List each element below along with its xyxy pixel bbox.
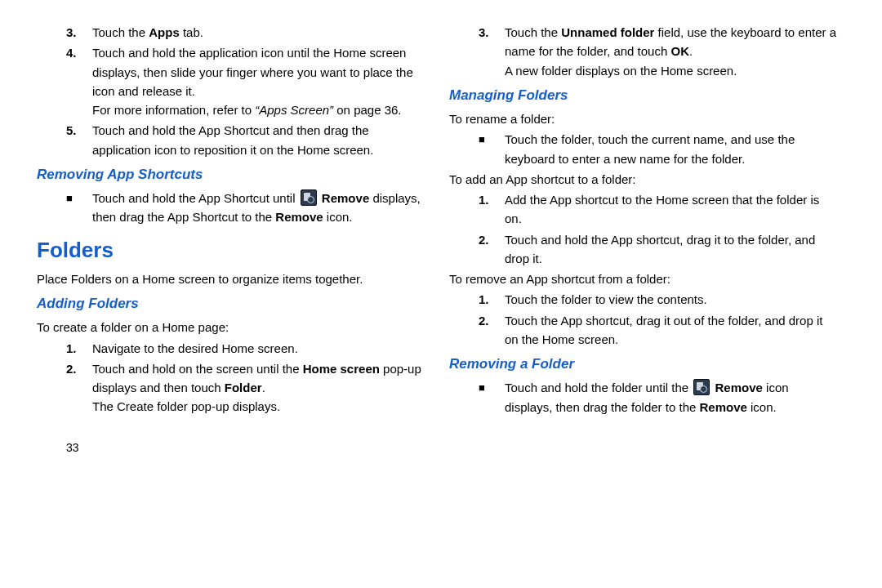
unnamed-folder-label: Unnamed folder — [561, 25, 654, 39]
text: icon. — [323, 210, 353, 224]
right-column: 3. Touch the Unnamed folder field, use t… — [449, 23, 837, 457]
step-2: 2. Touch and hold the App shortcut, drag… — [449, 230, 837, 269]
step-body: Touch the Apps tab. — [92, 23, 425, 42]
step-body: Touch and hold on the screen until the H… — [92, 359, 425, 416]
text: Touch and hold the application icon unti… — [92, 46, 413, 98]
text: Touch the — [505, 25, 561, 39]
step-body: Touch and hold the application icon unti… — [92, 43, 425, 119]
removing-folder-heading: Removing a Folder — [449, 354, 837, 375]
add-shortcut-steps: 1. Add the App shortcut to the Home scre… — [449, 190, 837, 268]
text: For more information, refer to — [92, 103, 255, 117]
list-body: Touch the folder, touch the current name… — [505, 130, 837, 168]
step-number: 1. — [479, 190, 505, 229]
text: on page 36. — [333, 103, 401, 117]
step-number: 5. — [66, 121, 92, 159]
home-screen-label: Home screen — [303, 362, 380, 376]
text: A new folder displays on the Home screen… — [505, 64, 737, 78]
text: Touch and hold the App Shortcut until — [92, 191, 299, 205]
remove-label: Remove — [322, 191, 369, 205]
bullet-icon: ■ — [66, 189, 92, 227]
text: Touch the — [92, 25, 149, 39]
step-body: Touch the folder to view the contents. — [505, 290, 837, 309]
folder-label: Folder — [225, 381, 262, 394]
step-number: 4. — [66, 43, 92, 119]
step-number: 3. — [479, 23, 505, 80]
removing-shortcuts-list: ■ Touch and hold the App Shortcut until … — [37, 189, 425, 227]
text: icon. — [747, 400, 777, 414]
text: . — [689, 44, 693, 58]
step-number: 2. — [66, 359, 92, 416]
step-body: Touch the App shortcut, drag it out of t… — [505, 311, 837, 350]
remove-shortcut-intro: To remove an App shortcut from a folder: — [449, 270, 837, 288]
folders-heading: Folders — [37, 234, 425, 266]
step-1: 1. Touch the folder to view the contents… — [449, 290, 837, 309]
step-number: 1. — [479, 290, 505, 309]
step-4: 4. Touch and hold the application icon u… — [37, 43, 425, 119]
remove-icon — [693, 379, 710, 395]
apps-screen-ref: “Apps Screen” — [255, 103, 333, 117]
rename-intro: To rename a folder: — [449, 109, 837, 128]
remove-label: Remove — [715, 381, 763, 394]
managing-folders-heading: Managing Folders — [449, 85, 837, 106]
apps-label: Apps — [149, 25, 180, 39]
text: Touch and hold on the screen until the — [92, 362, 303, 376]
remove-shortcut-steps: 1. Touch the folder to view the contents… — [449, 290, 837, 349]
remove-label: Remove — [275, 210, 323, 224]
text: . — [262, 381, 265, 394]
ok-label: OK — [670, 44, 689, 58]
remove-icon — [301, 189, 317, 206]
step-number: 2. — [479, 230, 505, 269]
step-number: 2. — [479, 311, 505, 350]
step-body: Touch and hold the App Shortcut and then… — [92, 121, 425, 159]
steps-list-left-top: 3. Touch the Apps tab. 4. Touch and hold… — [37, 23, 425, 159]
bullet-icon: ■ — [479, 378, 505, 416]
steps-list-right-top: 3. Touch the Unnamed folder field, use t… — [449, 23, 837, 80]
add-shortcut-intro: To add an App shortcut to a folder: — [449, 170, 837, 189]
step-number: 3. — [66, 23, 92, 42]
step-2: 2. Touch the App shortcut, drag it out o… — [449, 311, 837, 350]
text: tab. — [180, 25, 203, 39]
step-body: Touch and hold the App shortcut, drag it… — [505, 230, 837, 269]
step-1: 1. Navigate to the desired Home screen. — [37, 339, 425, 358]
rename-list: ■ Touch the folder, touch the current na… — [449, 130, 837, 168]
list-item: ■ Touch and hold the App Shortcut until … — [37, 189, 425, 227]
step-5: 5. Touch and hold the App Shortcut and t… — [37, 121, 425, 159]
step-body: Navigate to the desired Home screen. — [92, 339, 425, 358]
folders-intro: Place Folders on a Home screen to organi… — [37, 270, 425, 288]
list-item: ■ Touch and hold the folder until the Re… — [449, 378, 837, 416]
adding-folders-intro: To create a folder on a Home page: — [37, 318, 425, 336]
text: The Create folder pop-up displays. — [92, 399, 280, 413]
step-number: 1. — [66, 339, 92, 358]
list-body: Touch and hold the folder until the Remo… — [505, 378, 837, 416]
adding-folders-steps: 1. Navigate to the desired Home screen. … — [37, 339, 425, 416]
page-columns: 3. Touch the Apps tab. 4. Touch and hold… — [37, 23, 837, 457]
step-3: 3. Touch the Apps tab. — [37, 23, 425, 42]
step-2: 2. Touch and hold on the screen until th… — [37, 359, 425, 416]
removing-folder-list: ■ Touch and hold the folder until the Re… — [449, 378, 837, 416]
list-body: Touch and hold the App Shortcut until Re… — [92, 189, 425, 227]
adding-folders-heading: Adding Folders — [37, 293, 425, 314]
step-body: Add the App shortcut to the Home screen … — [505, 190, 837, 229]
step-body: Touch the Unnamed folder field, use the … — [505, 23, 837, 80]
page-number: 33 — [37, 439, 425, 457]
step-1: 1. Add the App shortcut to the Home scre… — [449, 190, 837, 229]
bullet-icon: ■ — [479, 130, 505, 168]
left-column: 3. Touch the Apps tab. 4. Touch and hold… — [37, 23, 425, 457]
remove-label: Remove — [699, 400, 746, 414]
list-item: ■ Touch the folder, touch the current na… — [449, 130, 837, 168]
text: Touch and hold the folder until the — [505, 381, 692, 394]
step-3: 3. Touch the Unnamed folder field, use t… — [449, 23, 837, 80]
removing-app-shortcuts-heading: Removing App Shortcuts — [37, 164, 425, 185]
